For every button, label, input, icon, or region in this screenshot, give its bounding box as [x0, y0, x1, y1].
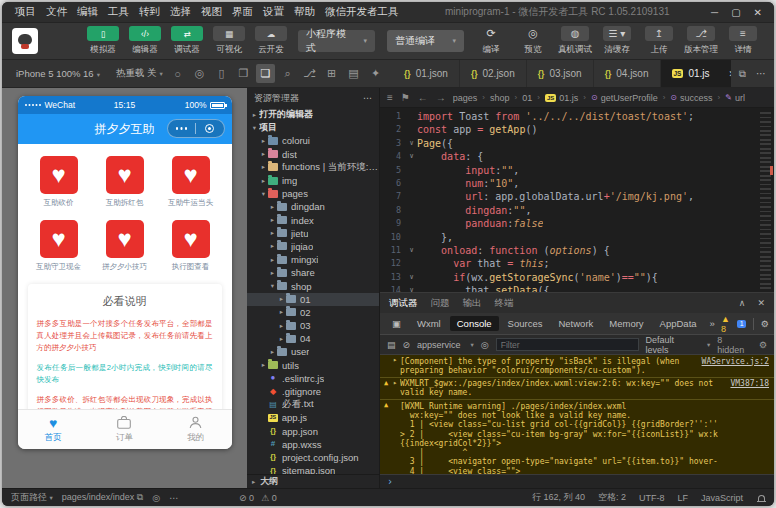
code-line[interactable]: 4∨ data: {	[380, 150, 758, 163]
current-page-path[interactable]: pages/index/index ⧉	[62, 492, 144, 503]
rotate-device-icon[interactable]: ▯	[212, 64, 231, 83]
simulator-button[interactable]: ▯模拟器	[82, 26, 124, 56]
collapse-icon[interactable]: ∧	[739, 298, 746, 308]
tree-item-project.config.json[interactable]: {}project.config.json	[247, 451, 379, 464]
menu-item[interactable]: 帮助	[289, 5, 320, 17]
clear-console-icon[interactable]: ⊘	[403, 340, 411, 350]
tree-item-share[interactable]: ▸share	[247, 266, 379, 279]
save-icon[interactable]: ▤	[344, 64, 363, 83]
code-line[interactable]: 3∨Page({	[380, 137, 758, 150]
error-count[interactable]: ⊘ 0	[239, 493, 254, 503]
code-line[interactable]: 9 panduan:false	[380, 217, 758, 230]
tab-01.js[interactable]: JS01.js✕	[661, 60, 731, 87]
tab-03.json[interactable]: {}03.json	[527, 60, 594, 87]
close-button[interactable]: ✕	[754, 7, 762, 18]
explorer-more-icon[interactable]: ⋯	[363, 93, 372, 103]
phone-tab-heart[interactable]: ♥首页	[18, 410, 89, 449]
ruler-icon[interactable]: ○	[168, 64, 187, 83]
hot-reload-select[interactable]: 热重载 关▾	[116, 67, 163, 80]
crumb-shop[interactable]: shop	[490, 93, 510, 103]
code-area[interactable]: 1import Toast from '../../../dist/toast/…	[380, 108, 774, 292]
menu-item[interactable]: 选择	[165, 5, 196, 17]
tree-item-04[interactable]: ▸04	[247, 332, 379, 345]
expand-icon[interactable]: ▸	[393, 356, 397, 364]
devtools-tab-Sources[interactable]: Sources	[501, 316, 550, 331]
tree-item-app.json[interactable]: {}app.json	[247, 425, 379, 438]
tree-item-03[interactable]: ▸03	[247, 319, 379, 332]
pointer-icon[interactable]: ✦	[366, 64, 385, 83]
devtools-tab-Console[interactable]: Console	[450, 316, 499, 331]
menu-item[interactable]: 转到	[134, 5, 165, 17]
source-link[interactable]: VM387:18	[730, 379, 769, 388]
menu-item[interactable]: 编辑	[72, 5, 103, 17]
tree-item-shop[interactable]: ▾shop	[247, 279, 379, 292]
bookmark-icon[interactable]: ⚑	[401, 92, 410, 103]
crumb-pages[interactable]: pages	[453, 93, 478, 103]
tree-item-jietu[interactable]: ▸jietu	[247, 227, 379, 240]
code-line[interactable]: 5 input:"",	[380, 164, 758, 177]
tree-item-app.js[interactable]: JSapp.js	[247, 411, 379, 424]
clear-cache-button[interactable]: ☰ ▾清缓存	[596, 26, 638, 56]
devtools-tab-Memory[interactable]: Memory	[602, 316, 650, 331]
panel-tab-问题[interactable]: 问题	[431, 297, 450, 310]
tree-item-user[interactable]: ▸user	[247, 345, 379, 358]
context-select[interactable]: appservice▾	[417, 340, 474, 350]
details-button[interactable]: ≡详情	[722, 26, 764, 56]
tree-item-pages[interactable]: ▾pages	[247, 187, 379, 200]
version-manage-button[interactable]: ⎇版本管理	[680, 26, 722, 56]
avatar[interactable]	[12, 28, 38, 54]
tree-item-02[interactable]: ▸02	[247, 306, 379, 319]
menu-item[interactable]: 视图	[196, 5, 227, 17]
preview-button[interactable]: ◎预览	[512, 26, 554, 56]
tree-item-sitemap.json[interactable]: {}sitemap.json	[247, 464, 379, 474]
visual-button[interactable]: ▦可视化	[208, 26, 250, 56]
tree-item-必看.txt[interactable]: ▤必看.txt	[247, 398, 379, 411]
crumb-success[interactable]: ⊙success	[670, 93, 712, 103]
crumb-01.js[interactable]: JS01.js	[545, 93, 578, 103]
menu-item[interactable]: 设置	[258, 5, 289, 17]
tree-item-01[interactable]: ▸01	[247, 293, 379, 306]
tab-01.json[interactable]: {}01.json	[393, 60, 460, 87]
grid-item[interactable]: ♥执行图查看	[158, 220, 224, 272]
console-settings-icon[interactable]: ⚙	[759, 340, 767, 350]
menu-icon[interactable]: ≡	[387, 92, 393, 103]
tree-item-app.wxss[interactable]: #app.wxss	[247, 438, 379, 451]
tab-04.json[interactable]: {}04.json	[594, 60, 661, 87]
close-panel-icon[interactable]: ✕	[757, 298, 765, 308]
code-line[interactable]: 14∨ that.setData({	[380, 284, 758, 292]
ellipsis-icon[interactable]: ⋯	[169, 493, 178, 503]
code-line[interactable]: 8 dingdan:"",	[380, 204, 758, 217]
tree-section-打开的编辑器[interactable]: ▸打开的编辑器	[247, 108, 379, 121]
more-tabs-icon[interactable]: »	[706, 318, 719, 329]
mode-select[interactable]: 小程序模式▾	[298, 30, 375, 52]
more-dots-icon[interactable]	[168, 127, 196, 130]
dock-icon[interactable]: ▣	[385, 316, 408, 331]
message-count-badge[interactable]: 1	[737, 320, 746, 328]
warning-count[interactable]: ⚠ 0	[261, 493, 277, 503]
copy-icon[interactable]: ⧉	[137, 492, 143, 502]
bell-icon[interactable]	[758, 495, 765, 501]
upload-button[interactable]: ↥上传	[638, 26, 680, 56]
forward-icon[interactable]: →	[436, 92, 446, 103]
crumb-url[interactable]: ✎url	[725, 93, 745, 103]
cloud-dev-button[interactable]: ☁云开发	[250, 26, 292, 56]
panel-tab-终端[interactable]: 终端	[495, 297, 514, 310]
tree-item-index[interactable]: ▸index	[247, 214, 379, 227]
code-line[interactable]: 2const app = getApp()	[380, 123, 758, 136]
grid-item[interactable]: ♥互助砍价	[26, 156, 92, 208]
tree-item-utils[interactable]: ▸utils	[247, 359, 379, 372]
menu-item[interactable]: 项目	[10, 5, 41, 17]
debugger-button[interactable]: ⇄调试器	[166, 26, 208, 56]
grid-icon[interactable]: ⊞	[322, 64, 341, 83]
page-icon[interactable]: ❏	[256, 64, 275, 83]
editor-button[interactable]: ‹/›编辑器	[124, 26, 166, 56]
code-line[interactable]: 13∨ if(wx.getStorageSync('name')==""){	[380, 271, 758, 284]
grid-item[interactable]: ♥互助拆红包	[92, 156, 158, 208]
remote-debug-button[interactable]: ◍真机调试	[554, 26, 596, 56]
phone-tab-user[interactable]: 我的	[160, 410, 231, 449]
menu-item[interactable]: 工具	[103, 5, 134, 17]
grid-item[interactable]: ♥互助守卫现金	[26, 220, 92, 272]
console-sidebar-icon[interactable]: ▤	[387, 340, 396, 350]
split-editor-icon[interactable]: ⧉	[739, 68, 746, 80]
code-line[interactable]: 1import Toast from '../../../dist/toast/…	[380, 110, 758, 123]
